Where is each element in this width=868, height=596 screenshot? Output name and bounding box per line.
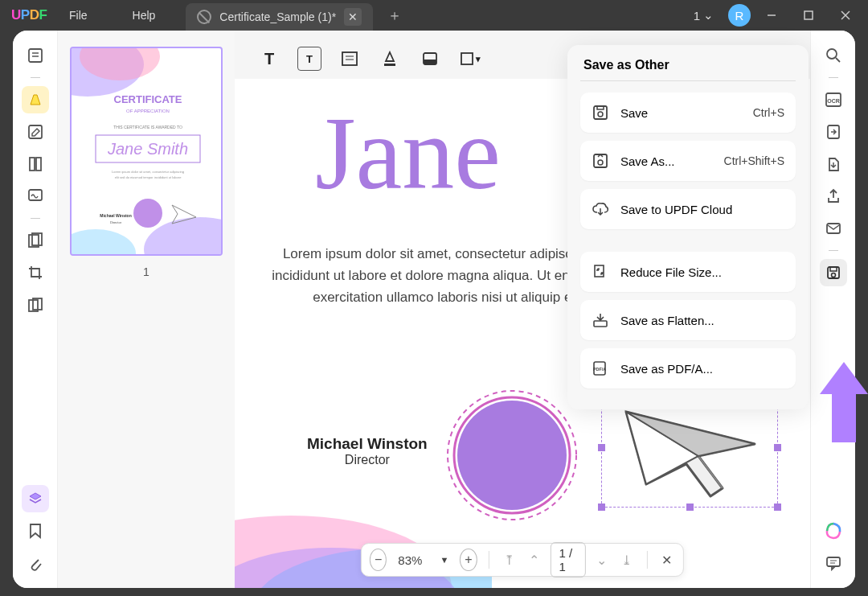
svg-text:Lorem ipsum dolor sit amet, co: Lorem ipsum dolor sit amet, consectetur … — [112, 170, 184, 174]
save-as-other-button[interactable] — [820, 259, 847, 286]
svg-rect-51 — [827, 557, 840, 566]
left-sidebar — [13, 31, 58, 588]
svg-point-18 — [72, 229, 136, 256]
svg-text:Jane Smith: Jane Smith — [107, 140, 188, 158]
save-flatten-option[interactable]: Save as Flatten... — [580, 300, 796, 340]
new-tab-button[interactable]: ＋ — [387, 6, 402, 25]
resize-handle[interactable] — [598, 444, 605, 451]
resize-handle[interactable] — [686, 504, 694, 511]
text-tool[interactable]: T — [257, 47, 281, 71]
thumbnail-number: 1 — [143, 265, 149, 278]
close-controls-button[interactable]: ✕ — [658, 553, 675, 568]
email-button[interactable] — [820, 215, 847, 242]
fill-tool[interactable] — [418, 47, 442, 71]
menu-file[interactable]: File — [47, 9, 110, 22]
prev-page-button[interactable]: ⌃ — [526, 553, 542, 568]
border-tool[interactable]: ▾ — [458, 47, 482, 71]
annotation-arrow — [820, 362, 868, 442]
svg-rect-9 — [36, 158, 41, 171]
presenter-title: Director — [307, 453, 428, 467]
svg-rect-32 — [384, 64, 395, 66]
save-as-label: Save As... — [620, 154, 675, 168]
zoom-out-button[interactable]: − — [370, 549, 387, 571]
edit-tool[interactable] — [22, 118, 49, 146]
svg-text:OF APPRECIATION: OF APPRECIATION — [126, 109, 170, 113]
cloud-icon — [592, 200, 609, 218]
svg-point-26 — [133, 199, 162, 228]
convert-button[interactable] — [820, 118, 847, 146]
save-option[interactable]: Save Ctrl+S — [580, 92, 796, 133]
svg-text:THIS CERTIFICATE IS AWARDED TO: THIS CERTIFICATE IS AWARDED TO — [113, 125, 182, 129]
save-as-shortcut: Ctrl+Shift+S — [724, 154, 784, 167]
search-button[interactable] — [820, 42, 847, 69]
zoom-in-button[interactable]: + — [460, 549, 477, 571]
layers-panel[interactable] — [22, 485, 49, 512]
ocr-button[interactable]: OCR — [820, 86, 847, 113]
reduce-size-option[interactable]: Reduce File Size... — [580, 252, 796, 292]
open-docs-dropdown[interactable]: 1⌄ — [684, 8, 723, 23]
resize-handle[interactable] — [774, 504, 781, 511]
compare-tool[interactable] — [22, 291, 49, 319]
svg-rect-29 — [342, 52, 357, 65]
svg-text:CERTIFICATE: CERTIFICATE — [114, 93, 182, 105]
fill-sign-tool[interactable] — [22, 183, 49, 210]
resize-handle[interactable] — [774, 444, 781, 451]
svg-point-50 — [831, 273, 835, 277]
page-indicator[interactable]: 1 / 1 — [551, 542, 586, 578]
save-cloud-option[interactable]: Save to UPDF Cloud — [580, 189, 796, 229]
save-option-label: Save — [620, 106, 648, 120]
ai-assistant-button[interactable] — [820, 517, 847, 545]
svg-text:elit sed do eiusmod tempor inc: elit sed do eiusmod tempor incididunt ut… — [115, 175, 182, 179]
save-pdfa-option[interactable]: PDF/A Save as PDF/A... — [580, 348, 796, 388]
svg-text:Director: Director — [110, 220, 122, 224]
textbox-tool[interactable]: T — [297, 47, 321, 71]
svg-rect-10 — [29, 190, 42, 200]
last-page-button[interactable]: ⤓ — [618, 553, 635, 568]
pdfa-icon: PDF/A — [592, 360, 609, 377]
page-tool[interactable] — [22, 150, 49, 178]
page-thumbnail[interactable]: CERTIFICATE OF APPRECIATION THIS CERTIFI… — [70, 47, 223, 256]
page-controls: − 83%▼ + ⤒ ⌃ 1 / 1 ⌄ ⤓ ✕ — [361, 543, 684, 577]
svg-point-55 — [598, 112, 603, 117]
save-pdfa-label: Save as PDF/A... — [620, 362, 713, 376]
zoom-dropdown[interactable]: 83%▼ — [395, 553, 452, 567]
highlight-color-tool[interactable] — [378, 47, 402, 71]
document-tab[interactable]: Certificate_Sample (1)* ✕ — [186, 3, 373, 31]
crop-tool[interactable] — [22, 259, 49, 286]
form-tool[interactable] — [338, 47, 362, 71]
maximize-button[interactable] — [792, 0, 825, 31]
resize-handle[interactable] — [598, 504, 605, 511]
attachment-panel[interactable] — [22, 549, 49, 577]
comment-button[interactable] — [820, 549, 847, 577]
svg-rect-59 — [595, 265, 604, 277]
svg-rect-35 — [461, 53, 473, 64]
reduce-size-label: Reduce File Size... — [620, 265, 722, 279]
save-cloud-label: Save to UPDF Cloud — [620, 203, 732, 216]
menu-help[interactable]: Help — [110, 9, 178, 22]
reader-tool[interactable] — [22, 42, 49, 69]
first-page-button[interactable]: ⤒ — [501, 553, 518, 568]
export-button[interactable] — [820, 150, 847, 178]
bookmark-panel[interactable] — [22, 517, 49, 545]
tab-close-button[interactable]: ✕ — [344, 8, 362, 26]
presenter-block: Michael Winston Director — [307, 435, 428, 467]
user-avatar[interactable]: R — [728, 4, 751, 27]
thumbnail-panel: CERTIFICATE OF APPRECIATION THIS CERTIFI… — [58, 31, 235, 588]
svg-rect-1 — [805, 11, 813, 19]
save-panel-title: Save as Other — [580, 58, 796, 72]
svg-rect-7 — [29, 125, 42, 138]
close-window-button[interactable] — [829, 0, 862, 31]
share-button[interactable] — [820, 183, 847, 210]
save-shortcut: Ctrl+S — [753, 106, 784, 119]
highlight-tool[interactable] — [22, 86, 49, 113]
minimize-button[interactable] — [755, 0, 788, 31]
svg-text:OCR: OCR — [827, 98, 840, 104]
next-page-button[interactable]: ⌄ — [593, 553, 610, 568]
save-as-icon — [592, 152, 609, 170]
organize-tool[interactable] — [22, 227, 49, 254]
right-sidebar: OCR — [810, 31, 855, 588]
edit-toolbar: T T ▾ — [246, 42, 493, 76]
save-flatten-label: Save as Flatten... — [620, 314, 714, 327]
svg-rect-47 — [827, 224, 840, 233]
save-as-option[interactable]: Save As... Ctrl+Shift+S — [580, 141, 796, 181]
